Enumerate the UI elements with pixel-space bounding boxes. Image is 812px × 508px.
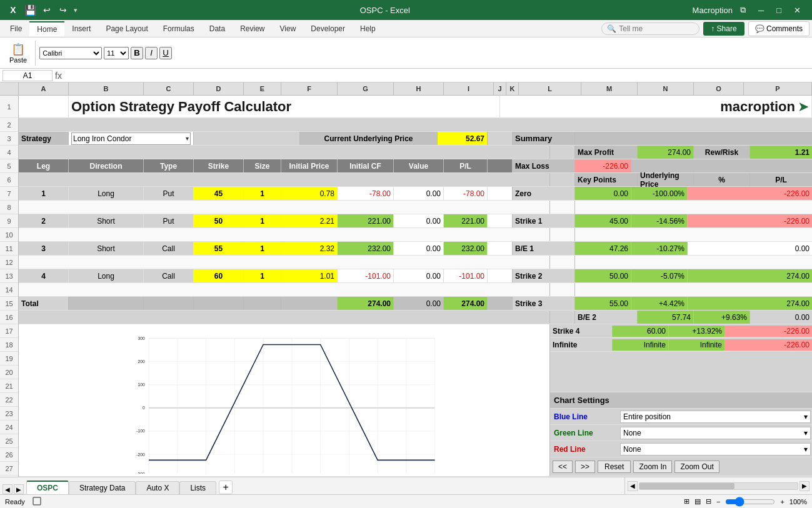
col-H[interactable]: H (394, 82, 444, 95)
underline-btn[interactable]: U (159, 47, 172, 59)
font-size-select[interactable]: 11 (104, 47, 129, 59)
col-G[interactable]: G (338, 82, 394, 95)
cell-initprice2[interactable]: 2.21 (281, 214, 338, 227)
cell-initprice4[interactable]: 1.01 (281, 269, 338, 282)
cell-size4[interactable]: 1 (244, 269, 281, 282)
cell-strike2[interactable]: 50 (194, 214, 244, 227)
tab-prev-btn[interactable]: ◀ (3, 484, 13, 494)
kp-strike4-pl: -226.00 (725, 326, 812, 337)
tab-developer[interactable]: Developer (303, 22, 353, 36)
cell-strike4[interactable]: 60 (194, 269, 244, 282)
add-sheet-btn[interactable]: + (219, 481, 233, 494)
tab-page-layout[interactable]: Page Layout (98, 22, 155, 36)
tab-strategy-data[interactable]: Strategy Data (69, 481, 136, 494)
tab-data[interactable]: Data (202, 22, 233, 36)
col-N[interactable]: N (638, 82, 694, 95)
zoom-out-btn[interactable]: Zoom Out (674, 461, 719, 473)
cell-type4[interactable]: Call (144, 269, 194, 282)
cell-initprice1[interactable]: 0.78 (281, 187, 338, 200)
prev-btn[interactable]: << (553, 461, 573, 473)
tab-help[interactable]: Help (353, 22, 383, 36)
zoom-in-icon[interactable]: + (780, 498, 784, 506)
cell-current-price-value[interactable]: 52.67 (438, 132, 488, 145)
cell-leg2[interactable]: 2 (19, 214, 69, 227)
redo-icon[interactable]: ↪ (58, 4, 69, 16)
comments-button[interactable]: 💬 Comments (748, 21, 809, 36)
col-O[interactable]: O (694, 82, 744, 95)
blue-line-dropdown[interactable]: Entire position ▾ (620, 411, 811, 423)
undo-icon[interactable]: ↩ (41, 4, 53, 16)
page-break-icon[interactable]: ⊟ (706, 497, 711, 506)
green-line-dropdown[interactable]: None ▾ (620, 427, 811, 439)
col-I[interactable]: I (444, 82, 494, 95)
tab-auto-x[interactable]: Auto X (136, 481, 179, 494)
scroll-right-btn[interactable]: ▶ (799, 481, 809, 491)
formula-input[interactable] (64, 71, 809, 81)
tab-home[interactable]: Home (29, 21, 64, 36)
cell-B1[interactable]: Option Strategy Payoff Calculator (69, 96, 500, 117)
normal-view-icon[interactable]: ⊞ (684, 497, 689, 506)
col-L[interactable]: L (519, 82, 581, 95)
scroll-left-btn[interactable]: ◀ (628, 481, 638, 491)
tab-review[interactable]: Review (233, 22, 272, 36)
red-line-dropdown[interactable]: None ▾ (620, 443, 811, 456)
strategy-dropdown[interactable]: Long Iron Condor ▾ (71, 132, 191, 145)
zoom-out-icon[interactable]: − (716, 498, 720, 506)
col-C[interactable]: C (144, 82, 194, 95)
cell-size3[interactable]: 1 (244, 242, 281, 255)
reset-btn[interactable]: Reset (598, 461, 631, 473)
cell-size1[interactable]: 1 (244, 187, 281, 200)
cell-initprice3[interactable]: 2.32 (281, 242, 338, 255)
col-D[interactable]: D (194, 82, 244, 95)
cell-dir3[interactable]: Short (69, 242, 144, 255)
cell-type3[interactable]: Call (144, 242, 194, 255)
cell-leg1[interactable]: 1 (19, 187, 69, 200)
cell-strike1[interactable]: 45 (194, 187, 244, 200)
share-button[interactable]: ↑ Share (703, 22, 744, 36)
tab-insert[interactable]: Insert (64, 22, 98, 36)
cell-type2[interactable]: Put (144, 214, 194, 227)
scroll-thumb[interactable] (639, 483, 734, 489)
zoom-in-btn[interactable]: Zoom In (633, 461, 672, 473)
col-A[interactable]: A (19, 82, 69, 95)
save-icon[interactable]: 💾 (25, 4, 36, 16)
next-btn[interactable]: >> (575, 461, 595, 473)
search-box[interactable]: 🔍 (601, 22, 699, 35)
tab-file[interactable]: File (3, 22, 29, 36)
bold-btn[interactable]: B (131, 47, 143, 59)
col-B[interactable]: B (69, 82, 144, 95)
search-input[interactable] (619, 24, 694, 33)
minimize-btn[interactable]: ─ (753, 4, 769, 16)
font-family-select[interactable]: Calibri (39, 47, 102, 59)
cell-dir1[interactable]: Long (69, 187, 144, 200)
scroll-track[interactable] (639, 482, 798, 490)
col-M[interactable]: M (581, 82, 638, 95)
cell-leg4[interactable]: 4 (19, 269, 69, 282)
cell-strike3[interactable]: 55 (194, 242, 244, 255)
col-F[interactable]: F (281, 82, 338, 95)
cell-size2[interactable]: 1 (244, 214, 281, 227)
tab-lists[interactable]: Lists (179, 481, 216, 494)
restore-btn[interactable]: ⧉ (735, 4, 751, 16)
col-E[interactable]: E (244, 82, 281, 95)
cell-leg3[interactable]: 3 (19, 242, 69, 255)
zoom-slider[interactable] (725, 497, 775, 507)
tab-formulas[interactable]: Formulas (156, 22, 202, 36)
cell-A1[interactable] (19, 96, 69, 117)
tab-ospc[interactable]: OSPC (26, 481, 69, 494)
close-btn[interactable]: ✕ (789, 4, 806, 16)
tab-view[interactable]: View (273, 22, 304, 36)
page-layout-icon[interactable]: ▤ (694, 497, 701, 506)
cell-strategy-dropdown[interactable]: Long Iron Condor ▾ (69, 132, 194, 145)
col-K[interactable]: K (506, 82, 519, 95)
tab-next-btn[interactable]: ▶ (14, 484, 24, 494)
cell-dir4[interactable]: Long (69, 269, 144, 282)
cell-dir2[interactable]: Short (69, 214, 144, 227)
maximize-btn[interactable]: □ (771, 4, 786, 16)
cell-type1[interactable]: Put (144, 187, 194, 200)
col-J[interactable]: J (494, 82, 506, 95)
col-P[interactable]: P (744, 82, 812, 95)
name-box[interactable] (3, 70, 53, 81)
paste-btn[interactable]: 📋 Paste (5, 41, 31, 66)
italic-btn[interactable]: I (145, 47, 158, 59)
